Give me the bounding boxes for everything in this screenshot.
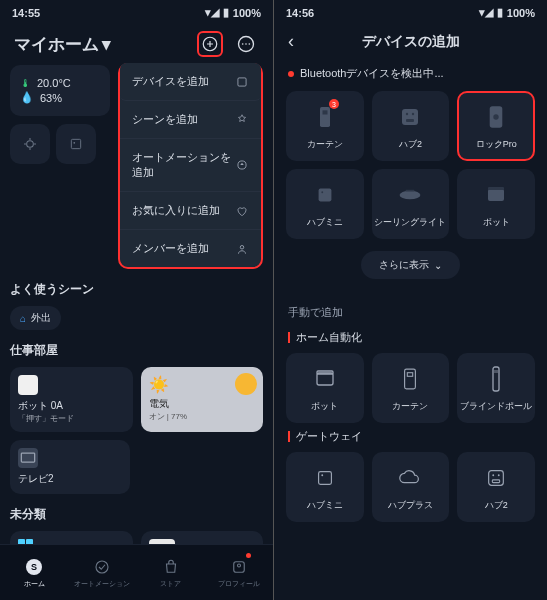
svg-rect-17 [402,109,418,125]
status-dot-icon [288,71,294,77]
bot-icon [483,180,509,210]
light-name: 電気 [149,397,256,411]
home-header: マイホーム ▾ [0,21,273,65]
svg-rect-23 [318,188,331,201]
env-widget[interactable]: 🌡20.0°C 💧63% [10,65,110,116]
phone-left: 14:55 ▾◢ ▮ 100% マイホーム ▾ 🌡20.0°C 💧63% [0,0,273,600]
hubmini-icon [312,463,338,493]
svg-point-4 [249,43,251,45]
bt-status-row: Bluetoothデバイスを検出中... [274,60,547,91]
bottom-nav: S ホーム オートメーション ストア プロフィール [0,544,273,600]
cloud-icon [397,463,423,493]
bot-name: ボット 0A [18,399,125,413]
nav-automation[interactable]: オートメーション [68,545,136,600]
svg-rect-35 [318,471,331,484]
battery-icon: ▮ [497,6,503,19]
svg-point-2 [242,43,244,45]
add-dropdown-highlighted: デバイスを追加 シーンを追加 オートメーションを追加 お気に入りに追加 メンバー… [118,63,263,269]
status-bar: 14:55 ▾◢ ▮ 100% [0,0,273,21]
chevron-down-icon: ⌄ [434,260,442,271]
svg-rect-32 [408,372,413,376]
home-icon: S [24,557,44,577]
sun-icon: ☀️ [149,375,167,393]
ceilinglight-icon [397,180,423,210]
manual-device-bot[interactable]: ボット [286,353,364,423]
scene-icon [235,113,249,127]
svg-rect-16 [322,110,327,114]
page-title: デバイスの追加 [308,33,513,51]
dropdown-add-automation[interactable]: オートメーションを追加 [120,139,261,192]
dropdown-add-favorite[interactable]: お気に入りに追加 [120,192,261,230]
group-gateway-title: ゲートウェイ [274,423,547,452]
device-card-tv[interactable]: テレビ2 [10,440,130,494]
lock-icon [483,102,509,132]
person-icon [235,242,249,256]
manual-device-curtain[interactable]: カーテン [372,353,450,423]
group-home-automation-title: ホーム自動化 [274,324,547,353]
tv-name: テレビ2 [18,472,122,486]
phone-right: 14:56 ▾◢ ▮ 100% ‹ デバイスの追加 Bluetoothデバイスを… [274,0,547,600]
manual-device-hubplus[interactable]: ハブプラス [372,452,450,522]
svg-rect-34 [494,370,498,373]
nav-profile[interactable]: プロフィール [205,545,273,600]
bt-device-ceilinglight[interactable]: シーリングライト [372,169,450,239]
bt-device-hubmini[interactable]: ハブミニ [286,169,364,239]
bt-device-bot[interactable]: ボット [457,169,535,239]
home-automation-grid: ボット カーテン ブラインドポール [274,353,547,423]
device-card-light[interactable]: ☀️ 電気 オン | 77% [141,367,264,432]
quick-action-1[interactable] [10,124,50,164]
dropdown-add-device[interactable]: デバイスを追加 [120,63,261,101]
target-icon [22,136,38,152]
svg-rect-15 [320,107,330,127]
manual-add-title: 手動で追加 [274,291,547,324]
svg-point-38 [492,474,494,476]
wifi-icon: ▾◢ [479,6,493,19]
svg-rect-8 [238,77,246,85]
automation-icon [235,158,249,172]
svg-point-39 [498,474,500,476]
thermometer-icon: 🌡 [20,77,31,89]
status-right: ▾◢ ▮ 100% [479,6,535,19]
manual-device-blindpole[interactable]: ブラインドポール [457,353,535,423]
nav-home[interactable]: S ホーム [0,545,68,600]
quick-action-2[interactable] [56,124,96,164]
manual-device-hub2[interactable]: ハブ2 [457,452,535,522]
dots-circle-icon [236,34,256,54]
room-section-title: 仕事部屋 [0,330,273,367]
status-time: 14:56 [286,7,314,19]
svg-rect-28 [488,187,504,190]
bt-device-curtain[interactable]: 3 カーテン [286,91,364,161]
home-out-icon: ⌂ [20,313,26,324]
uncat-section-title: 未分類 [0,494,273,531]
bot-mode: 「押す」モード [18,413,125,424]
nav-store[interactable]: ストア [137,545,205,600]
device-card-bot[interactable]: ボット 0A 「押す」モード [10,367,133,432]
image-icon [69,137,83,151]
svg-rect-27 [488,189,504,201]
status-time: 14:55 [12,7,40,19]
svg-point-3 [245,43,247,45]
manual-device-hubmini[interactable]: ハブミニ [286,452,364,522]
back-button[interactable]: ‹ [288,31,308,52]
home-title[interactable]: マイホーム ▾ [14,33,111,56]
notification-badge [246,553,251,558]
add-button[interactable] [197,31,223,57]
scene-chip-out[interactable]: ⌂ 外出 [10,306,61,330]
dropdown-add-member[interactable]: メンバーを追加 [120,230,261,267]
show-more-button[interactable]: さらに表示 ⌄ [361,251,460,279]
dropdown-add-scene[interactable]: シーンを追加 [120,101,261,139]
svg-rect-26 [406,189,415,191]
env-temp: 20.0°C [37,77,71,89]
light-toggle[interactable] [235,373,257,395]
curtain-icon [397,364,423,394]
battery-pct: 100% [233,7,261,19]
svg-point-10 [240,245,244,249]
more-button[interactable] [233,31,259,57]
bt-device-lockpro[interactable]: ロックPro [457,91,535,161]
check-circle-icon [92,557,112,577]
bt-device-hub2[interactable]: ハブ2 [372,91,450,161]
hub2-icon [483,463,509,493]
gateway-grid: ハブミニ ハブプラス ハブ2 [274,452,547,522]
add-device-header: ‹ デバイスの追加 [274,21,547,60]
chevron-down-icon: ▾ [102,34,111,55]
